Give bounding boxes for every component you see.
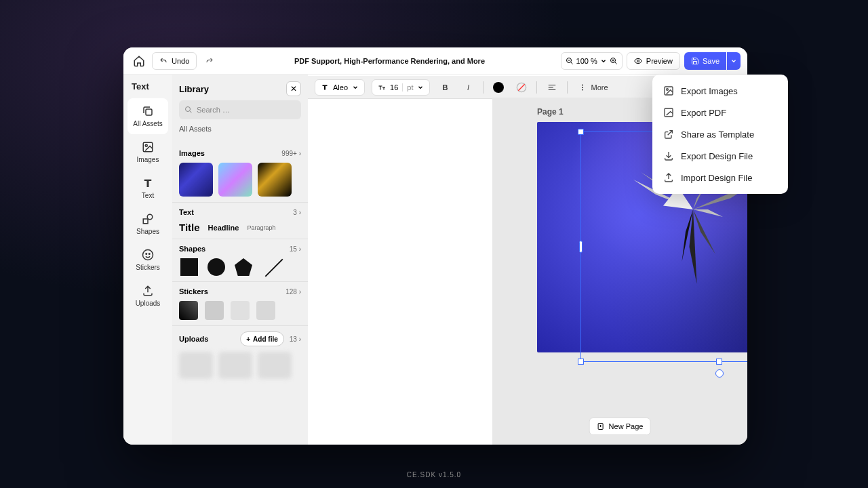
- images-title: Images: [179, 149, 205, 157]
- image-thumb[interactable]: [218, 163, 252, 197]
- image-icon: [142, 141, 154, 153]
- images-section-header[interactable]: Images 999+ ›: [179, 149, 301, 157]
- more-label: More: [591, 83, 608, 92]
- new-page-label: New Page: [609, 422, 644, 430]
- sticker-thumb[interactable]: [179, 301, 198, 320]
- sticker-thumb[interactable]: [231, 301, 250, 320]
- text-sample-paragraph[interactable]: Paragraph: [247, 224, 275, 231]
- add-file-label: Add file: [253, 336, 278, 343]
- menu-label: Export PDF: [681, 108, 726, 118]
- sticker-thumb[interactable]: [205, 301, 224, 320]
- align-button[interactable]: [544, 79, 560, 96]
- add-file-button[interactable]: + Add file: [240, 331, 284, 346]
- no-fill-icon: [516, 82, 527, 93]
- svg-point-3: [637, 60, 639, 62]
- divider: [483, 81, 484, 94]
- rail-label: Images: [137, 156, 159, 163]
- text-sample-headline[interactable]: Headline: [208, 224, 239, 232]
- shape-line[interactable]: [262, 258, 279, 276]
- italic-button[interactable]: I: [460, 79, 476, 96]
- page-label: Page 1: [537, 107, 564, 117]
- menu-export-pdf[interactable]: Export PDF: [652, 102, 788, 123]
- new-page-button[interactable]: New Page: [589, 418, 651, 435]
- shape-circle[interactable]: [208, 258, 225, 276]
- images-count: 999+: [281, 150, 297, 157]
- rail-label: Stickers: [136, 264, 160, 271]
- font-family-select[interactable]: Aleo: [315, 79, 365, 96]
- image-thumb[interactable]: [258, 163, 292, 197]
- share-icon: [663, 129, 674, 140]
- upload-icon: [142, 285, 154, 297]
- menu-export-images[interactable]: Export Images: [652, 80, 788, 102]
- font-size-icon: [378, 83, 386, 92]
- shape-pentagon[interactable]: [235, 258, 252, 276]
- rail-stickers[interactable]: Stickers: [123, 242, 172, 278]
- menu-label: Export Images: [681, 86, 738, 96]
- svg-point-5: [582, 84, 583, 85]
- upload-thumb[interactable]: [258, 352, 292, 379]
- image-thumb[interactable]: [179, 163, 213, 197]
- svg-marker-23: [693, 209, 715, 254]
- font-size-select[interactable]: 16 pt: [372, 79, 430, 96]
- svg-rect-8: [146, 109, 152, 115]
- svg-point-10: [145, 144, 147, 146]
- home-button[interactable]: [130, 52, 148, 70]
- sticker-thumb[interactable]: [256, 301, 275, 320]
- all-assets-link[interactable]: All Assets: [179, 125, 301, 133]
- new-page-icon: [597, 422, 605, 430]
- stickers-section-header[interactable]: Stickers 128 ›: [179, 287, 301, 296]
- eye-icon: [634, 57, 642, 65]
- resize-handle-bl[interactable]: [578, 359, 584, 365]
- text-sample-title[interactable]: Title: [179, 222, 200, 233]
- bold-button[interactable]: B: [437, 79, 453, 96]
- shape-square[interactable]: [180, 258, 198, 276]
- rail-all-assets[interactable]: All Assets: [127, 98, 168, 134]
- menu-export-design[interactable]: Export Design File: [652, 145, 788, 167]
- chevron-down-icon[interactable]: [600, 58, 607, 64]
- zoom-control[interactable]: 100 %: [561, 52, 623, 70]
- zoom-out-icon[interactable]: [566, 57, 574, 65]
- save-button[interactable]: Save: [684, 52, 726, 70]
- more-actions-button[interactable]: More: [574, 79, 612, 96]
- chevron-down-icon: [417, 84, 424, 91]
- text-count: 3: [293, 209, 297, 216]
- svg-point-15: [149, 253, 151, 255]
- undo-button[interactable]: Undo: [152, 52, 197, 70]
- background-color-button[interactable]: [513, 79, 530, 96]
- rail-shapes[interactable]: Shapes: [123, 206, 172, 242]
- font-size-unit: pt: [402, 83, 413, 92]
- svg-point-13: [143, 250, 153, 260]
- resize-handle-b[interactable]: [716, 359, 722, 365]
- divider: [536, 81, 537, 94]
- undo-icon: [159, 57, 167, 65]
- redo-button[interactable]: [201, 52, 218, 70]
- preview-label: Preview: [646, 57, 673, 65]
- chevron-down-icon: [352, 84, 359, 91]
- uploads-section-header[interactable]: Uploads + Add file 13 ›: [179, 331, 301, 346]
- rail-label: All Assets: [133, 120, 162, 127]
- text-title: Text: [179, 208, 194, 216]
- rotate-handle[interactable]: [715, 369, 724, 378]
- upload-thumb[interactable]: [218, 352, 252, 379]
- upload-thumb[interactable]: [179, 352, 213, 379]
- shapes-section-header[interactable]: Shapes 15 ›: [179, 245, 301, 253]
- preview-button[interactable]: Preview: [627, 52, 680, 70]
- close-library-button[interactable]: ✕: [286, 81, 301, 96]
- menu-import-design[interactable]: Import Design File: [652, 167, 788, 188]
- export-menu: Export Images Export PDF Share as Templa…: [652, 75, 788, 194]
- align-left-icon: [547, 83, 557, 92]
- uploads-count: 13: [290, 336, 297, 343]
- zoom-in-icon[interactable]: [610, 57, 618, 65]
- text-section-header[interactable]: Text 3 ›: [179, 208, 301, 216]
- svg-point-7: [582, 89, 583, 90]
- menu-share-template[interactable]: Share as Template: [652, 123, 788, 145]
- fill-color-button[interactable]: [490, 79, 507, 96]
- save-dropdown-button[interactable]: [727, 52, 741, 70]
- rail-uploads[interactable]: Uploads: [123, 278, 172, 314]
- shapes-count: 15: [290, 245, 297, 253]
- svg-point-2: [635, 58, 642, 63]
- library-search[interactable]: Search …: [179, 100, 301, 119]
- rail-text[interactable]: Text: [123, 170, 172, 206]
- typeface-icon: [321, 83, 329, 92]
- rail-images[interactable]: Images: [123, 134, 172, 170]
